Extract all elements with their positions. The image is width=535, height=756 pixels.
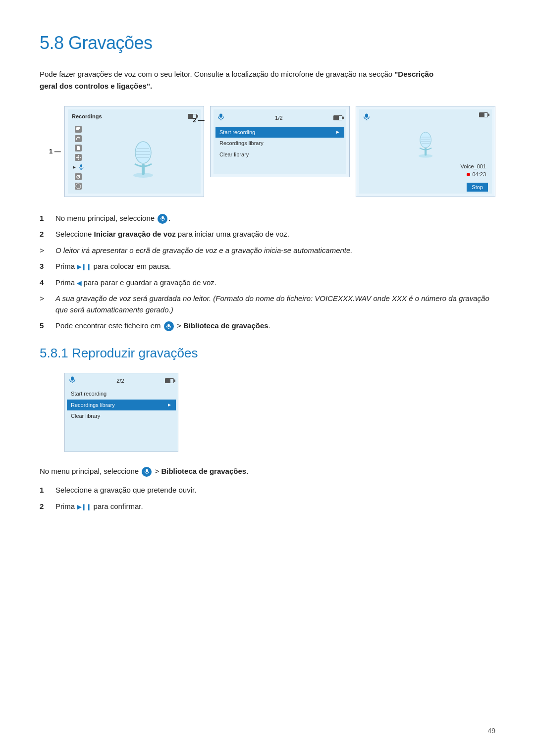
svg-text:i: i [78,185,79,188]
screen2-header: 1/2 [215,111,344,125]
sub-intro-bold: Biblioteca de gravações [161,467,246,475]
menu-clear-library-label: Clear library [219,151,249,159]
arrow-bullet-1: > [40,245,50,256]
sub-screen-header: 2/2 [65,373,178,389]
voice-time-value: 04:23 [472,170,486,179]
sub-menu-recordings[interactable]: Recordings library ► [67,400,176,411]
svg-rect-25 [425,148,427,155]
voice-time: 04:23 [361,170,486,179]
sub-step-2: 2 Prima ▶❙❙ para confirmar. [40,501,495,512]
sub-step-1-text: Seleccione a gravação que pretende ouvir… [55,485,196,496]
step-5-text: Pode encontrar este ficheiro em > Biblio… [55,320,270,332]
sub-step-2-number: 2 [40,501,50,512]
page-number: 49 [487,726,495,736]
screen3-header [361,111,490,125]
label-1: 1 — [49,147,61,156]
menu-arrow: ► [335,128,340,136]
svg-rect-18 [219,114,222,118]
svg-rect-21 [365,114,368,118]
step-1-number: 1 [40,213,50,224]
play-pause-icon-2: ▶❙❙ [77,504,91,510]
svg-rect-34 [168,324,170,327]
screen3-mic [361,129,490,158]
screenshot-2: 1/2 Start recording ► Recordings library [210,106,350,177]
svg-rect-12 [142,164,145,175]
step-4: 4 Prima ◀ para parar e guardar a gravaçã… [40,277,495,289]
sub-steps: 1 Seleccione a gravação que pretende ouv… [40,485,495,512]
voice-name: Voice_001 [361,162,486,171]
svg-rect-37 [71,376,74,380]
menu-clear-library[interactable]: Clear library [215,149,344,160]
sub-menu-start-label: Start recording [71,390,107,398]
sub-screen-page: 2/2 [116,377,124,385]
step-3-text: Prima ▶❙❙ para colocar em pausa. [55,261,171,272]
back-icon-1: ◀ [77,280,81,287]
screen3-inner: Voice_001 04:23 Stop [359,109,492,194]
stop-button[interactable]: Stop [467,183,488,192]
screen1-mic-image [89,124,199,192]
sub-intro-paragraph: No menu principal, seleccione > Bibliote… [40,466,495,477]
step-3-number: 3 [40,261,50,272]
screen1-inner: Recordings [68,109,201,194]
sub-step-1-number: 1 [40,485,50,496]
label-2: 2 — [193,115,205,125]
step-5-bold: Biblioteca de gravações [183,321,268,330]
step-4-text: Prima ◀ para parar e guardar a gravação … [55,277,216,289]
sub-screen-padding [65,422,178,452]
screenshot-3: Voice_001 04:23 Stop [356,106,495,197]
screen1-header: Recordings [70,111,199,122]
mic-icon-sub [142,467,152,477]
screen3-battery [479,112,488,117]
step-arrow-2-text: A sua gravação de voz será guardada no l… [55,293,495,315]
step-2-text: Seleccione Iniciar gravação de voz para … [55,229,289,240]
step-5: 5 Pode encontrar este ficheiro em > Bibl… [40,320,495,332]
screen2-inner: 1/2 Start recording ► Recordings library [214,109,346,174]
step-2-bold: Iniciar gravação de voz [94,230,176,238]
play-pause-icon-1: ▶❙❙ [77,263,91,270]
svg-point-8 [78,176,79,177]
sub-screen-mic-icon [69,375,76,387]
sub-step-1: 1 Seleccione a gravação que pretende ouv… [40,485,495,496]
step-5-number: 5 [40,320,50,332]
menu-recordings-library-label: Recordings library [219,139,264,148]
step-4-number: 4 [40,277,50,289]
selection-arrow: ► [72,163,77,171]
step-1-text: No menu principal, seleccione . [55,213,170,224]
screen1-title: Recordings [72,112,102,121]
step-arrow-2: > A sua gravação de voz será guardada no… [40,293,495,315]
sub-screen-battery [165,378,174,383]
sub-menu-start[interactable]: Start recording [67,388,176,400]
screenshot-1: Recordings [64,106,204,197]
icon-radio [75,173,82,180]
sub-step-2-text: Prima ▶❙❙ para confirmar. [55,501,143,512]
screen2-page: 1/2 [275,114,282,122]
recording-dot [467,173,470,176]
step-arrow-1-text: O leitor irá apresentar o ecrã de gravaç… [55,245,353,256]
sub-screenshot: 2/2 Start recording Recordings library ►… [64,373,178,452]
screen2-menu: Start recording ► Recordings library Cle… [215,127,344,160]
screen2-battery [333,115,342,120]
screenshots-container: Recordings [64,106,495,197]
stop-btn-container: Stop [361,181,490,192]
sub-menu-clear[interactable]: Clear library [67,410,176,422]
menu-start-recording[interactable]: Start recording ► [215,127,344,138]
icon-headphones [75,135,82,142]
screen1-sidebar: ► [70,124,199,192]
sub-title: 5.8.1 Reproduzir gravações [40,344,495,363]
screen3-mic-svg [412,129,439,158]
sub-menu-clear-label: Clear library [71,412,100,420]
menu-recordings-library[interactable]: Recordings library [215,138,344,149]
arrow-bullet-2: > [40,293,50,304]
icon-info: i [75,183,82,190]
step-2: 2 Seleccione Iniciar gravação de voz par… [40,229,495,240]
screen2-mic-icon [217,112,224,124]
screen3-mic-icon [363,112,370,124]
sub-menu-recordings-label: Recordings library [71,401,115,409]
intro-text: Pode fazer gravações de voz com o seu le… [40,70,394,78]
step-1: 1 No menu principal, seleccione . [40,213,495,224]
svg-point-26 [420,132,431,148]
sub-screen-menu: Start recording Recordings library ► Cle… [65,388,178,422]
svg-rect-4 [80,164,82,167]
icon-music [75,126,82,133]
menu-start-recording-label: Start recording [219,128,255,137]
